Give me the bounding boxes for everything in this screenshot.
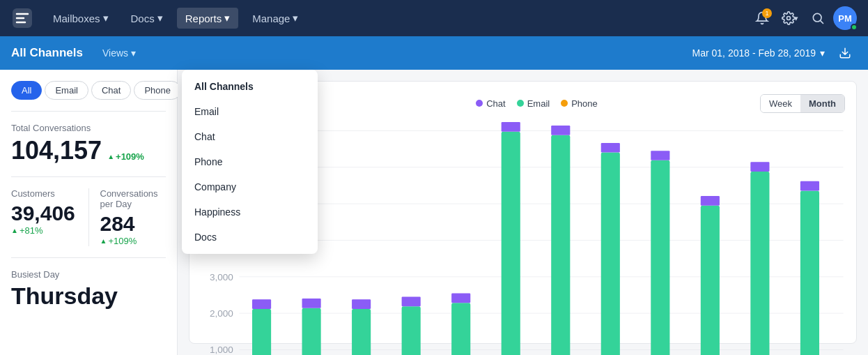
filter-tab-all[interactable]: All	[11, 81, 42, 100]
dropdown-item-email[interactable]: Email	[182, 99, 318, 124]
notifications-button[interactable]: 1	[750, 6, 775, 31]
dropdown-item-company[interactable]: Company	[182, 174, 318, 199]
total-conversations-delta: +109%	[107, 151, 144, 162]
chat-color-dot	[476, 100, 483, 107]
busiest-day-value: Thursday	[11, 282, 166, 310]
filter-tab-email[interactable]: Email	[45, 81, 88, 100]
app-logo[interactable]	[11, 7, 33, 29]
conv-per-day-value: 284	[100, 212, 166, 236]
bar-jul-chat	[451, 294, 470, 303]
month-button[interactable]: Month	[800, 95, 844, 112]
chart-legend: Chat Email Phone	[322, 98, 752, 109]
search-button[interactable]	[805, 6, 830, 31]
bar-dec-email	[701, 206, 720, 355]
bar-jun-chat	[402, 296, 421, 306]
busiest-day-label: Busiest Day	[11, 269, 166, 280]
bar-jan-email	[750, 172, 769, 355]
bar-apr-chat	[302, 299, 321, 308]
legend-chat: Chat	[476, 98, 505, 109]
conv-per-day-section: Conversations per Day 284 +109%	[89, 188, 166, 246]
page-title: All Channels	[11, 46, 83, 60]
nav-icons: 1 ▾ PM	[750, 6, 857, 31]
nav-manage[interactable]: Manage ▾	[244, 8, 307, 29]
bar-dec-chat	[701, 196, 720, 206]
divider-2	[11, 176, 166, 177]
bar-nov-email	[651, 160, 669, 355]
dropdown-item-phone[interactable]: Phone	[182, 149, 318, 174]
customers-value: 39,406	[11, 202, 77, 225]
bar-may-chat	[352, 299, 371, 309]
divider-1	[11, 111, 166, 112]
notification-badge: 1	[762, 8, 772, 18]
bar-oct-chat	[601, 143, 620, 153]
customers-label: Customers	[11, 188, 77, 199]
dropdown-item-happiness[interactable]: Happiness	[182, 199, 318, 225]
bar-jul-email	[451, 303, 470, 355]
bar-jun-email	[402, 306, 421, 355]
channel-dropdown: All Channels Email Chat Phone Company Ha…	[182, 70, 318, 254]
divider-3	[11, 257, 166, 258]
svg-text:2,000: 2,000	[210, 308, 233, 319]
bar-aug-chat	[502, 122, 520, 132]
filter-tab-phone[interactable]: Phone	[134, 81, 181, 100]
conv-per-day-label: Conversations per Day	[100, 188, 166, 209]
bar-nov-chat	[651, 151, 669, 160]
svg-text:1,000: 1,000	[210, 345, 233, 355]
top-nav: Mailboxes ▾ Docs ▾ Reports ▾ Manage ▾ 1 …	[0, 0, 868, 36]
svg-point-2	[813, 13, 821, 22]
bar-apr-email	[302, 308, 321, 355]
email-color-dot	[517, 100, 524, 107]
legend-phone: Phone	[561, 98, 598, 109]
bar-sep-chat	[551, 126, 570, 135]
bar-sep-email	[551, 135, 570, 355]
total-conversations-section: Total Conversations 104,157 +109%	[11, 123, 166, 165]
time-toggle: Week Month	[760, 94, 845, 113]
dropdown-item-chat[interactable]: Chat	[182, 124, 318, 149]
bar-oct-email	[601, 153, 620, 355]
download-button[interactable]	[833, 41, 857, 65]
total-conversations-value: 104,157 +109%	[11, 136, 166, 165]
dropdown-item-all-channels[interactable]: All Channels	[182, 74, 318, 99]
customers-conv-row: Customers 39,406 +81% Conversations per …	[11, 188, 166, 246]
bar-feb-email	[800, 190, 819, 355]
phone-color-dot	[561, 100, 568, 107]
busiest-day-section: Busiest Day Thursday	[11, 269, 166, 310]
customers-delta: +81%	[11, 225, 77, 236]
nav-reports[interactable]: Reports ▾	[177, 8, 239, 29]
date-range-picker[interactable]: Mar 01, 2018 - Feb 28, 2019 ▾	[692, 47, 825, 59]
svg-text:3,000: 3,000	[210, 272, 233, 282]
total-conversations-label: Total Conversations	[11, 123, 166, 133]
bar-may-email	[352, 309, 371, 355]
avatar[interactable]: PM	[833, 6, 857, 30]
bar-jan-chat	[750, 162, 769, 172]
dropdown-item-docs[interactable]: Docs	[182, 225, 318, 250]
settings-button[interactable]: ▾	[777, 6, 803, 31]
week-button[interactable]: Week	[761, 95, 800, 112]
bar-mar-email	[252, 309, 271, 355]
nav-mailboxes[interactable]: Mailboxes ▾	[45, 8, 117, 29]
left-panel: All Email Chat Phone Total Conversations…	[0, 70, 178, 355]
filter-tab-chat[interactable]: Chat	[91, 81, 131, 100]
views-button[interactable]: Views ▾	[97, 45, 141, 61]
bar-aug-email	[502, 132, 520, 355]
main-content: All Email Chat Phone Total Conversations…	[0, 70, 868, 355]
legend-email: Email	[517, 98, 550, 109]
sub-nav: All Channels Views ▾ Mar 01, 2018 - Feb …	[0, 36, 868, 70]
nav-docs[interactable]: Docs ▾	[123, 8, 171, 29]
conv-per-day-delta: +109%	[100, 236, 166, 246]
bar-feb-chat	[800, 181, 819, 191]
customers-section: Customers 39,406 +81%	[11, 188, 89, 246]
svg-point-1	[787, 17, 791, 20]
bar-mar-chat	[252, 299, 271, 309]
online-badge	[851, 24, 858, 31]
filter-tabs: All Email Chat Phone	[11, 81, 166, 100]
